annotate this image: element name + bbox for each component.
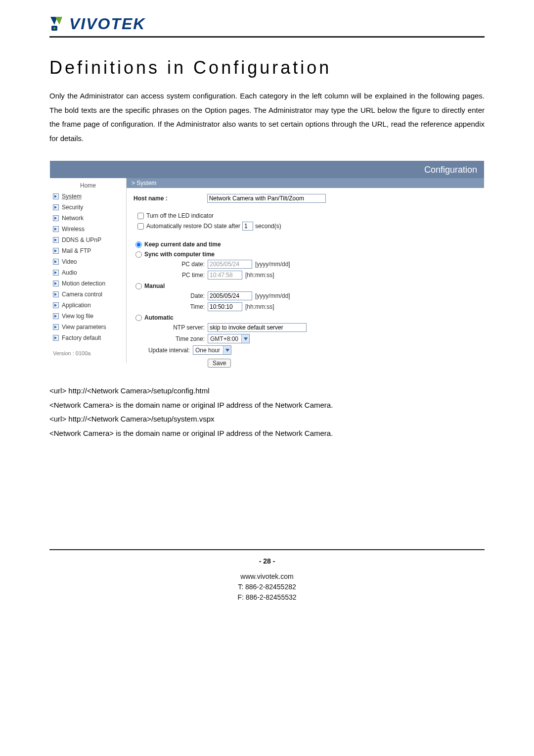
footer: - 28 - www.vivotek.com T: 886-2-82455282… [49, 556, 485, 603]
main-pane: > System Host name : Turn off the LED in… [127, 178, 484, 375]
system-form: Host name : Turn off the LED indicator A… [127, 188, 484, 375]
keep-datetime-label: Keep current date and time [144, 241, 221, 248]
arrow-right-icon [53, 237, 59, 243]
sidebar-item-view-parameters[interactable]: View parameters [50, 322, 126, 332]
ntp-server-label: NTP server: [134, 324, 208, 331]
pc-date-input[interactable] [208, 260, 252, 269]
page: VIVOTEK Definitions in Configuration Onl… [0, 0, 534, 622]
vivotek-logo-icon [49, 16, 66, 33]
sidebar-item-label: System [62, 193, 82, 200]
sidebar-item-security[interactable]: Security [50, 202, 126, 213]
sidebar-item-label: DDNS & UPnP [62, 236, 101, 243]
arrow-right-icon [53, 302, 59, 308]
automatic-label: Automatic [144, 314, 174, 321]
svg-point-1 [53, 27, 55, 29]
sidebar-item-label: Audio [62, 269, 77, 276]
arrow-right-icon [53, 324, 59, 330]
led-off-label: Turn off the LED indicator [146, 212, 214, 219]
led-off-checkbox[interactable] [137, 213, 144, 219]
arrow-right-icon [53, 248, 59, 254]
manual-time-input[interactable] [208, 302, 242, 311]
config-body: Home System Security Network Wireless [50, 178, 484, 375]
timezone-select[interactable]: GMT+8:00 [208, 334, 250, 343]
auto-restore-seconds-input[interactable] [242, 222, 253, 231]
arrow-right-icon [53, 335, 59, 341]
sidebar-item-application[interactable]: Application [50, 300, 126, 311]
url-block: <url> http://<Network Camera>/setup/conf… [49, 384, 485, 440]
sidebar-item-label: Video [62, 258, 77, 265]
logo-row: VIVOTEK [49, 15, 485, 33]
time-format-hint: [hh:mm:ss] [245, 272, 274, 279]
date-format-hint: [yyyy/mm/dd] [255, 261, 290, 268]
pc-date-label: PC date: [134, 261, 208, 268]
update-interval-value: One hour [193, 346, 223, 354]
save-button[interactable]: Save [208, 359, 231, 368]
sidebar-item-camera-control[interactable]: Camera control [50, 289, 126, 300]
footer-tel: T: 886-2-82455282 [49, 582, 485, 592]
sidebar-item-label: View parameters [62, 324, 106, 331]
sidebar-item-mail-ftp[interactable]: Mail & FTP [50, 245, 126, 256]
sidebar-item-label: Application [62, 302, 91, 309]
auto-restore-checkbox[interactable] [137, 223, 144, 230]
sidebar-item-factory-default[interactable]: Factory default [50, 332, 126, 343]
sidebar-item-wireless[interactable]: Wireless [50, 224, 126, 235]
manual-radio[interactable] [135, 283, 142, 289]
config-header: Configuration [50, 161, 484, 178]
sidebar-item-label: Motion detection [62, 280, 105, 287]
ntp-server-input[interactable] [208, 323, 307, 332]
sidebar-item-label: Security [62, 204, 83, 211]
pc-time-input[interactable] [208, 271, 242, 280]
header-rule [49, 36, 485, 38]
arrow-right-icon [53, 226, 59, 232]
footer-site: www.vivotek.com [49, 571, 485, 582]
date-format-hint: [yyyy/mm/dd] [255, 292, 290, 299]
sidebar-item-label: Mail & FTP [62, 247, 91, 254]
sync-computer-radio[interactable] [135, 251, 142, 258]
arrow-right-icon [53, 313, 59, 319]
sidebar-item-ddns-upnp[interactable]: DDNS & UPnP [50, 235, 126, 245]
url-line: <Network Camera> is the domain name or o… [49, 398, 485, 413]
sync-computer-label: Sync with computer time [144, 251, 215, 258]
update-interval-label: Update interval: [134, 347, 193, 354]
breadcrumb: > System [127, 178, 484, 188]
url-line: <url> http://<Network Camera>/setup/syst… [49, 412, 485, 426]
url-line: <url> http://<Network Camera>/setup/conf… [49, 384, 485, 398]
sidebar-item-audio[interactable]: Audio [50, 267, 126, 278]
sidebar-item-label: Network [62, 215, 84, 222]
sidebar-home[interactable]: Home [50, 178, 126, 191]
automatic-radio[interactable] [135, 315, 142, 321]
manual-date-input[interactable] [208, 291, 252, 300]
timezone-label: Time zone: [134, 335, 208, 342]
manual-time-label: Time: [134, 303, 208, 310]
pc-time-label: PC time: [134, 272, 208, 279]
arrow-right-icon [53, 259, 59, 265]
time-format-hint: [hh:mm:ss] [245, 303, 274, 310]
keep-datetime-radio[interactable] [135, 241, 142, 248]
footer-fax: F: 886-2-82455532 [49, 592, 485, 603]
manual-date-label: Date: [134, 292, 208, 299]
arrow-right-icon [53, 291, 59, 297]
url-line: <Network Camera> is the domain name or o… [49, 426, 485, 441]
auto-restore-label: Automatically restore DO state after [146, 223, 240, 230]
sidebar-item-label: Factory default [62, 334, 101, 341]
arrow-right-icon [53, 204, 59, 210]
sidebar-item-video[interactable]: Video [50, 256, 126, 267]
hostname-input[interactable] [207, 194, 326, 203]
sidebar-item-motion-detection[interactable]: Motion detection [50, 278, 126, 289]
timezone-value: GMT+8:00 [208, 335, 241, 343]
sidebar-item-view-log-file[interactable]: View log file [50, 311, 126, 322]
sidebar-item-system[interactable]: System [50, 191, 126, 202]
page-title: Definitions in Configuration [49, 57, 485, 78]
arrow-right-icon [53, 215, 59, 221]
config-screenshot: Configuration Home System Security Netwo… [49, 160, 485, 375]
logo-text: VIVOTEK [69, 15, 145, 33]
sidebar: Home System Security Network Wireless [50, 178, 127, 363]
arrow-right-icon [53, 193, 59, 199]
chevron-down-icon [223, 346, 231, 354]
arrow-right-icon [53, 281, 59, 286]
arrow-right-icon [53, 270, 59, 276]
chevron-down-icon [241, 334, 249, 343]
update-interval-select[interactable]: One hour [193, 345, 231, 355]
manual-label: Manual [144, 283, 165, 289]
sidebar-item-network[interactable]: Network [50, 213, 126, 224]
